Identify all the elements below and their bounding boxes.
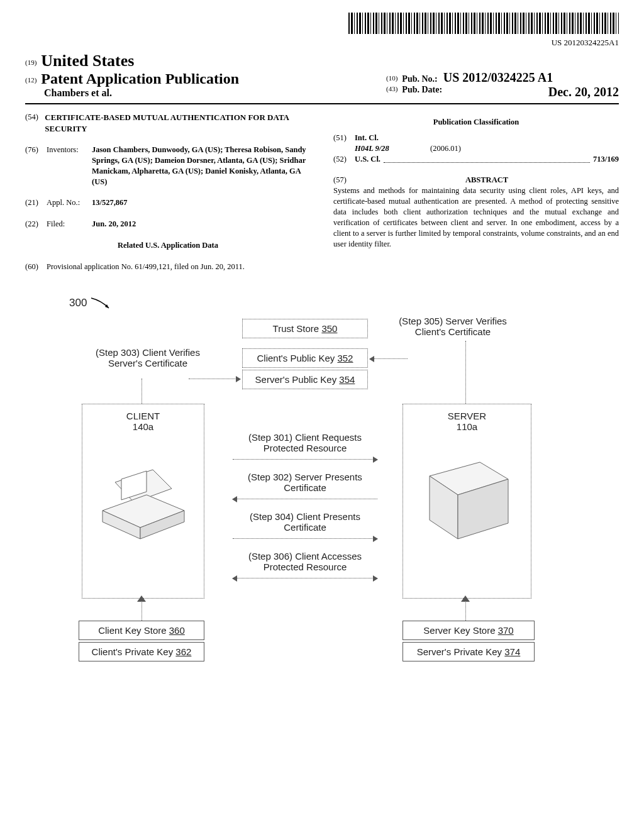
code-60: (60)	[25, 262, 47, 272]
arrow-both-icon	[233, 578, 377, 578]
client-private-key-box: Client's Private Key 362	[79, 642, 204, 661]
ref-300: 300	[69, 297, 111, 311]
server-box-icon	[417, 445, 518, 551]
code-43: (43)	[386, 85, 397, 92]
vline	[142, 379, 142, 404]
client-computer-icon	[96, 445, 191, 545]
uscl-value: 713/169	[593, 155, 619, 163]
abstract-text: Systems and methods for maintaining data…	[333, 185, 619, 249]
server-box: SERVER 110a	[402, 404, 531, 599]
code-57: (57)	[333, 175, 355, 185]
provisional-text: Provisional application No. 61/499,121, …	[47, 262, 311, 272]
code-12: (12)	[25, 76, 36, 84]
arrow-up-icon	[137, 595, 146, 604]
dotfill	[384, 162, 590, 163]
biblio-columns: (54) CERTIFICATE-BASED MUTUAL AUTHENTICA…	[25, 112, 619, 272]
applno-label: Appl. No.:	[47, 197, 92, 208]
client-title: CLIENT	[87, 411, 199, 421]
header-right: (10) Pub. No.: US 2012/0324225 A1 (43) P…	[386, 52, 619, 99]
country: United States	[41, 52, 134, 70]
arrow-right-icon	[189, 379, 240, 379]
client-box: CLIENT 140a	[82, 404, 204, 599]
invention-title: CERTIFICATE-BASED MUTUAL AUTHENTICATION …	[45, 112, 311, 134]
code-22: (22)	[25, 219, 47, 230]
pubno-label: Pub. No.:	[402, 74, 437, 84]
server-num: 110a	[408, 421, 526, 432]
client-public-key-box: Client's Public Key 352	[242, 348, 368, 368]
abstract-heading: ABSTRACT	[465, 175, 508, 184]
code-54: (54)	[25, 112, 45, 134]
code-10: (10)	[386, 74, 397, 82]
intcl-date: (2006.01)	[430, 143, 461, 154]
barcode-graphic	[348, 13, 619, 34]
pubclass-heading: Publication Classification	[333, 117, 619, 128]
inventors-label: Inventors:	[47, 145, 92, 187]
filed-label: Filed:	[47, 219, 92, 230]
step-306-label: (Step 306) Client Accesses Protected Res…	[233, 551, 377, 572]
client-num: 140a	[87, 421, 199, 432]
document-header: (19) United States (12) Patent Applicati…	[25, 52, 619, 104]
intcl-code: H04L 9/28	[355, 144, 389, 153]
arrow-right-icon	[233, 459, 377, 460]
server-key-store-box: Server Key Store 370	[402, 621, 535, 640]
code-21: (21)	[25, 197, 47, 208]
pubno-value: US 2012/0324225 A1	[443, 70, 553, 84]
server-title: SERVER	[408, 411, 526, 421]
filed-value: Jun. 20, 2012	[92, 219, 136, 228]
related-heading: Related U.S. Application Data	[25, 240, 311, 251]
barcode-number: US 20120324225A1	[25, 38, 619, 48]
trust-store-box: Trust Store 350	[242, 319, 368, 338]
header-left: (19) United States (12) Patent Applicati…	[25, 52, 239, 99]
vline	[465, 341, 466, 404]
arrow-up-icon	[461, 595, 470, 604]
pubdate-label: Pub. Date:	[402, 85, 442, 94]
intcl-label: Int. Cl.	[355, 133, 379, 142]
uscl-label: U.S. Cl.	[355, 155, 380, 163]
figure-diagram: 300 Trust Store 350 Client's Public Key …	[25, 297, 619, 674]
server-private-key-box: Server's Private Key 374	[402, 642, 535, 661]
arrow-left-icon	[370, 358, 408, 359]
arrow-right-icon	[233, 538, 377, 539]
right-column: Publication Classification (51) Int. Cl.…	[333, 112, 619, 272]
step-305-label: (Step 305) Server Verifies Client's Cert…	[384, 316, 522, 337]
step-304-label: (Step 304) Client Presents Certificate	[233, 511, 377, 533]
doc-type: Patent Application Publication	[41, 70, 239, 87]
step-303-label: (Step 303) Client Verifies Server's Cert…	[85, 347, 211, 368]
code-76: (76)	[25, 145, 47, 187]
step-302-label: (Step 302) Server Presents Certificate	[233, 472, 377, 493]
code-19: (19)	[25, 58, 36, 66]
arrow-left-icon	[233, 499, 377, 499]
server-public-key-box: Server's Public Key 354	[242, 370, 368, 389]
pubdate-value: Dec. 20, 2012	[548, 85, 619, 99]
leader-line-icon	[90, 297, 111, 311]
inventors-list: Jason Chambers, Dunwoody, GA (US); There…	[92, 145, 306, 186]
left-column: (54) CERTIFICATE-BASED MUTUAL AUTHENTICA…	[25, 112, 311, 272]
authors-line: Chambers et al.	[44, 87, 239, 99]
barcode-area: US 20120324225A1	[25, 13, 619, 48]
code-51: (51)	[333, 133, 355, 143]
applno-value: 13/527,867	[92, 198, 128, 207]
step-301-label: (Step 301) Client Requests Protected Res…	[233, 432, 377, 453]
code-52: (52)	[333, 154, 355, 165]
client-key-store-box: Client Key Store 360	[79, 621, 204, 640]
